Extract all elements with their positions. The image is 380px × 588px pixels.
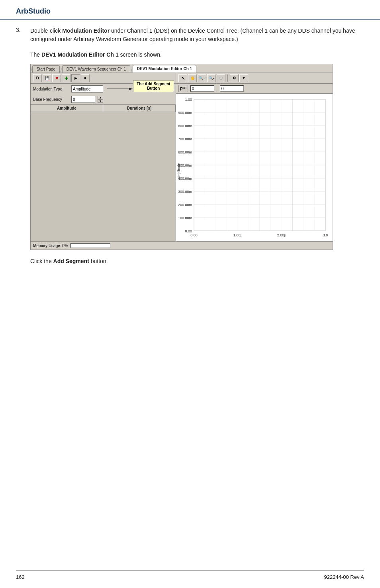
svg-text:0.00: 0.00 — [190, 233, 198, 237]
footer-page-number: 162 — [16, 574, 25, 580]
screenshot-container: / Start Page / DEV1 Waveform Sequencer C… — [30, 64, 333, 250]
svg-text:0.00: 0.00 — [185, 229, 192, 233]
chart-input-left[interactable] — [190, 85, 214, 92]
step-number: 3. — [16, 27, 24, 43]
chart-input-right[interactable] — [220, 85, 244, 92]
svg-text:300.00m: 300.00m — [178, 190, 192, 194]
tab-slash-3: / — [131, 68, 132, 73]
tab-slash: / — [31, 68, 32, 73]
modulation-type-input[interactable] — [71, 85, 103, 92]
table-body — [31, 112, 176, 240]
spinner-up[interactable]: ▲ — [98, 96, 103, 100]
tab-slash-2: / — [61, 68, 62, 73]
tab-modulation-editor[interactable]: DEV1 Modulation Editor Ch 1 — [133, 65, 196, 73]
step-3: 3. Double-click Modulation Editor under … — [16, 27, 364, 43]
toolbar-btn-add[interactable]: ✚ — [62, 74, 71, 82]
page-header: ArbStudio — [0, 0, 380, 20]
screen-name-bold: DEV1 Modulation Editor Ch 1 — [41, 51, 119, 58]
segment-table: Amplitude Durations [s] — [31, 104, 176, 241]
svg-text:3.0: 3.0 — [323, 233, 328, 237]
toolbar-separator — [227, 75, 228, 82]
toolbar-btn-new[interactable]: 🗋 — [33, 74, 42, 82]
base-freq-spinner[interactable]: ▲ ▼ — [98, 96, 103, 103]
col-durations: Durations [s] — [103, 105, 176, 112]
content-area: 3. Double-click Modulation Editor under … — [0, 27, 380, 265]
toolbar-btn-play[interactable]: ▶ — [71, 74, 80, 82]
click-instruction: Click the Add Segment button. — [30, 257, 364, 265]
toolbar-btn-fit[interactable]: ⊡ — [217, 74, 225, 82]
right-panel: Fan Amplitude — [176, 84, 333, 241]
base-frequency-input[interactable] — [71, 96, 95, 103]
svg-text:2.00μ: 2.00μ — [277, 233, 286, 237]
toolbar-btn-stop[interactable]: ■ — [81, 74, 90, 82]
chart-input-row: Fan — [176, 84, 333, 94]
step-text: Double-click Modulation Editor under Cha… — [30, 27, 364, 43]
page-footer: 162 922244-00 Rev A — [16, 570, 364, 580]
modulation-type-label: Modulation Type — [33, 87, 69, 91]
spinner-down[interactable]: ▼ — [98, 100, 103, 103]
toolbar-btn-zoom-in[interactable]: 🔍+ — [198, 74, 206, 82]
memory-track — [71, 243, 110, 248]
svg-text:100.00m: 100.00m — [178, 216, 192, 220]
left-panel: Modulation Type The Add Segment — [31, 84, 176, 241]
callout-box: The Add Segment Button — [133, 80, 174, 92]
toolbar-btn-zoom-out[interactable]: 🔍- — [207, 74, 216, 82]
col-amplitude: Amplitude — [31, 105, 103, 112]
base-frequency-row: Base Frequency ▲ ▼ — [31, 94, 176, 104]
chart-icon-label: Fan — [178, 85, 188, 92]
toolbar-btn-more[interactable]: ▼ — [239, 74, 248, 82]
svg-text:700.00m: 700.00m — [178, 137, 192, 141]
svg-marker-1 — [129, 88, 133, 90]
memory-label: Memory Usage: 0% — [33, 244, 68, 248]
toolbar-btn-settings[interactable]: ⚙ — [230, 74, 239, 82]
tab-bar: / Start Page / DEV1 Waveform Sequencer C… — [31, 64, 333, 73]
svg-text:900.00m: 900.00m — [178, 111, 192, 115]
svg-text:1.00: 1.00 — [185, 98, 192, 102]
svg-text:1.00μ: 1.00μ — [233, 233, 243, 237]
tab-waveform-sequencer[interactable]: DEV1 Waveform Sequencer Ch 1 — [62, 65, 130, 73]
svg-text:800.00m: 800.00m — [178, 124, 192, 128]
page-title: ArbStudio — [16, 7, 364, 16]
table-header: Amplitude Durations [s] — [31, 105, 176, 112]
svg-text:600.00m: 600.00m — [178, 150, 192, 154]
toolbar-btn-hand[interactable]: 🖐 — [188, 74, 197, 82]
footer-doc-number: 922244-00 Rev A — [324, 574, 364, 580]
click-bold-term: Add Segment — [53, 258, 89, 264]
toolbar-btn-cursor[interactable]: ↖ — [178, 74, 187, 82]
chart-svg: Amplitude — [176, 95, 329, 239]
svg-text:200.00m: 200.00m — [178, 203, 192, 207]
toolbar-btn-save[interactable]: 💾 — [43, 74, 51, 82]
chart-area: Amplitude — [176, 94, 333, 241]
tab-start-page[interactable]: Start Page — [32, 65, 60, 73]
editor-inner: 🗋 💾 ✕ ✚ ▶ ■ ↖ 🖐 🔍+ 🔍- ⊡ ⚙ ▼ — [31, 73, 333, 250]
svg-text:400.00m: 400.00m — [178, 177, 192, 181]
base-frequency-label: Base Frequency — [33, 97, 69, 102]
sub-caption: The DEV1 Modulation Editor Ch 1 screen i… — [30, 51, 364, 59]
step-bold-term: Modulation Editor — [62, 28, 110, 34]
toolbar-btn-delete[interactable]: ✕ — [52, 74, 61, 82]
svg-text:500.00m: 500.00m — [178, 163, 192, 167]
memory-bar: Memory Usage: 0% — [31, 241, 333, 250]
editor-columns: Modulation Type The Add Segment — [31, 84, 333, 241]
